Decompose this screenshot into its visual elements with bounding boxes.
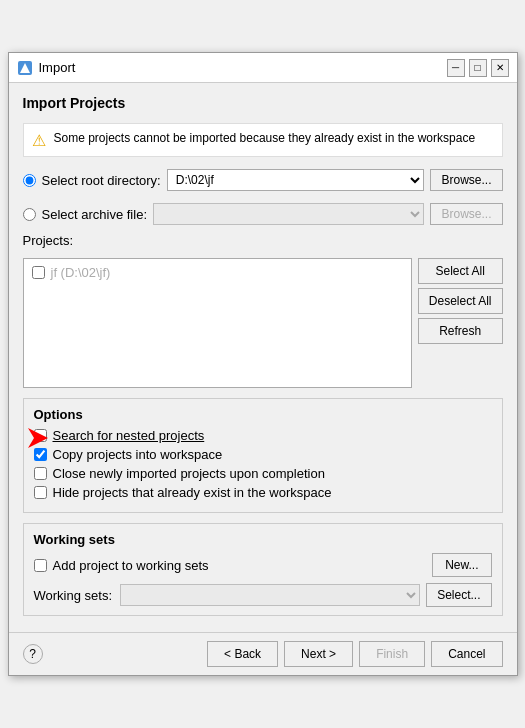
cancel-button[interactable]: Cancel [431,641,502,667]
working-sets-title: Working sets [34,532,492,547]
archive-label: Select archive file: [42,207,148,222]
add-to-ws-checkbox[interactable] [34,559,47,572]
search-nested-row: Search for nested projects [34,428,492,443]
add-to-ws-label: Add project to working sets [53,558,427,573]
close-imported-checkbox[interactable] [34,467,47,480]
root-dir-radio[interactable] [23,174,36,187]
dialog-icon [17,60,33,76]
hide-existing-checkbox[interactable] [34,486,47,499]
ws-sets-label: Working sets: [34,588,114,603]
minimize-button[interactable]: ─ [447,59,465,77]
options-section: Options Search for nested projects Copy … [23,398,503,513]
next-button[interactable]: Next > [284,641,353,667]
select-all-button[interactable]: Select All [418,258,503,284]
import-dialog: Import ─ □ ✕ Import Projects ⚠ Some proj… [8,52,518,676]
copy-projects-label: Copy projects into workspace [53,447,223,462]
projects-list: jf (D:\02\jf) [23,258,412,388]
title-bar: Import ─ □ ✕ [9,53,517,83]
browse-archive-button[interactable]: Browse... [430,203,502,225]
page-title: Import Projects [23,95,503,111]
project-name: jf (D:\02\jf) [51,265,111,280]
refresh-button[interactable]: Refresh [418,318,503,344]
projects-container: jf (D:\02\jf) Select All Deselect All Re… [23,258,503,388]
archive-select[interactable] [153,203,424,225]
project-checkbox[interactable] [32,266,45,279]
side-buttons: Select All Deselect All Refresh [418,258,503,344]
new-ws-button[interactable]: New... [432,553,491,577]
search-nested-label: Search for nested projects [53,428,205,443]
footer-buttons: < Back Next > Finish Cancel [207,641,502,667]
help-button[interactable]: ? [23,644,43,664]
finish-button[interactable]: Finish [359,641,425,667]
root-dir-label: Select root directory: [42,173,161,188]
archive-row: Select archive file: Browse... [23,203,503,225]
deselect-all-button[interactable]: Deselect All [418,288,503,314]
working-sets-section: Working sets Add project to working sets… [23,523,503,616]
close-button[interactable]: ✕ [491,59,509,77]
dialog-content: Import Projects ⚠ Some projects cannot b… [9,83,517,628]
ws-label-row: Working sets: Select... [34,583,492,607]
warning-icon: ⚠ [32,131,46,150]
select-ws-button[interactable]: Select... [426,583,491,607]
warning-box: ⚠ Some projects cannot be imported becau… [23,123,503,157]
root-dir-row: Select root directory: D:\02\jf Browse..… [23,169,503,191]
list-item: jf (D:\02\jf) [28,263,407,282]
hide-existing-label: Hide projects that already exist in the … [53,485,332,500]
copy-projects-row: Copy projects into workspace [34,447,492,462]
hide-existing-row: Hide projects that already exist in the … [34,485,492,500]
projects-label: Projects: [23,233,503,248]
restore-button[interactable]: □ [469,59,487,77]
dialog-title: Import [39,60,447,75]
back-button[interactable]: < Back [207,641,278,667]
footer-left: ? [23,644,43,664]
close-imported-label: Close newly imported projects upon compl… [53,466,325,481]
red-arrow-icon [20,424,58,452]
ws-select[interactable] [120,584,421,606]
dialog-footer: ? < Back Next > Finish Cancel [9,632,517,675]
root-dir-select[interactable]: D:\02\jf [167,169,425,191]
browse-root-button[interactable]: Browse... [430,169,502,191]
svg-marker-2 [28,428,48,448]
close-imported-row: Close newly imported projects upon compl… [34,466,492,481]
options-title: Options [34,407,492,422]
add-to-ws-row: Add project to working sets New... [34,553,492,577]
warning-text: Some projects cannot be imported because… [54,130,476,147]
archive-radio[interactable] [23,208,36,221]
window-controls: ─ □ ✕ [447,59,509,77]
help-icon: ? [29,647,36,661]
